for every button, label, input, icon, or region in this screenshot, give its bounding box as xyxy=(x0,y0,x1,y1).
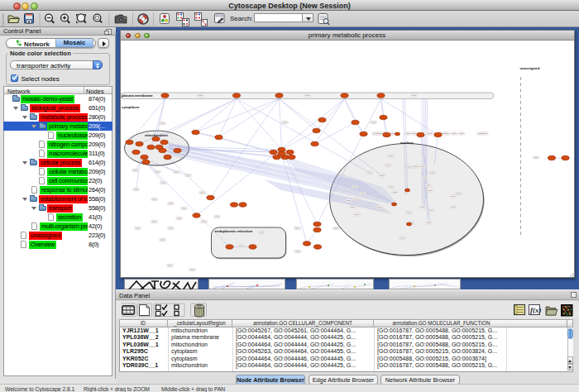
svg-text:cytoplasm: cytoplasm xyxy=(122,105,139,109)
svg-text:endoplasmic reticulum: endoplasmic reticulum xyxy=(214,229,252,233)
svg-text:f(x): f(x) xyxy=(530,306,542,314)
svg-text:nucleus: nucleus xyxy=(400,141,414,145)
svg-text:unassigned: unassigned xyxy=(519,66,539,70)
svg-text:plasma membrane: plasma membrane xyxy=(122,93,153,98)
